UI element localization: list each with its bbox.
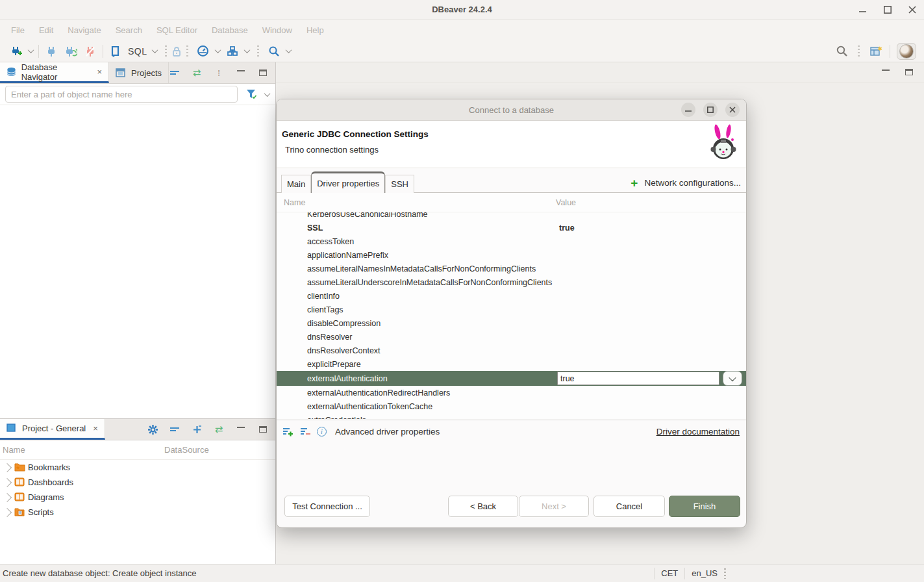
navigator-tree-area[interactable] [0,105,275,418]
view-menu-icon[interactable]: ⁞ [213,67,225,79]
maximize-view-icon[interactable] [257,67,269,79]
tab-projects[interactable]: Projects [109,62,169,83]
column-datasource[interactable]: DataSource [164,445,209,455]
menu-window[interactable]: Window [255,25,299,35]
search-icon[interactable] [267,44,281,58]
table-row[interactable]: externalAuthenticationTokenCache [277,399,746,413]
property-value-input[interactable] [557,372,719,385]
sql-editor-label[interactable]: SQL [128,46,147,57]
remove-property-icon[interactable] [299,425,311,437]
global-search-icon[interactable] [834,44,849,58]
close-tab-icon[interactable]: × [93,424,98,433]
minimize-view-icon[interactable] [235,67,247,79]
object-filter-input[interactable] [5,86,238,103]
table-row[interactable]: assumeLiteralNamesInMetadataCallsForNonC… [277,262,746,275]
value-dropdown-button[interactable] [723,371,742,386]
table-row[interactable]: explicitPrepare [277,357,746,371]
tree-item-bookmarks[interactable]: Bookmarks [0,460,275,475]
dialog-titlebar[interactable]: Connect to a database [277,99,746,121]
sql-editor-dropdown-icon[interactable] [151,47,158,53]
column-name[interactable]: Name [0,445,164,455]
close-tab-icon[interactable]: × [97,67,102,77]
column-value[interactable]: Value [556,198,576,207]
user-avatar[interactable] [897,43,916,60]
reconnect-icon[interactable] [64,44,78,58]
menu-navigate[interactable]: Navigate [60,25,108,35]
driver-manager-icon[interactable] [225,44,240,58]
status-timezone[interactable]: CET [661,568,678,578]
menu-sql-editor[interactable]: SQL Editor [149,25,205,35]
new-connection-dropdown-icon[interactable] [28,47,34,53]
table-row[interactable]: KerberosUseCanonicalHostname [277,212,746,221]
tab-ssh[interactable]: SSH [385,175,414,193]
link-with-editor-icon[interactable]: ⇄ [213,424,225,435]
minimize-view-icon[interactable] [880,66,892,78]
transaction-lock-icon[interactable] [169,44,184,58]
window-titlebar[interactable]: DBeaver 24.2.4 [0,0,924,19]
menu-file[interactable]: File [4,25,32,35]
collapse-all-icon[interactable] [169,67,181,79]
tree-item-diagrams[interactable]: Diagrams [0,490,275,505]
menu-edit[interactable]: Edit [32,25,60,35]
table-row[interactable]: dnsResolverContext [277,344,746,357]
dialog-maximize-button[interactable] [703,103,718,117]
expand-chevron-icon[interactable] [3,462,12,472]
dashboard-gauge-icon[interactable] [196,44,210,58]
table-header[interactable]: Name Value [277,193,746,212]
minimize-view-icon[interactable] [235,424,247,435]
driver-manager-dropdown-icon[interactable] [243,47,250,53]
search-dropdown-icon[interactable] [285,47,292,53]
add-property-icon[interactable] [282,425,293,437]
table-row[interactable]: SSLtrue [277,221,746,234]
maximize-view-icon[interactable] [257,424,269,435]
tree-item-dashboards[interactable]: Dashboards [0,475,275,490]
test-connection-button[interactable]: Test Connection ... [284,496,370,517]
expand-all-icon[interactable] [191,424,203,435]
table-row[interactable]: externalAuthentication [277,371,746,386]
tab-database-navigator[interactable]: Database Navigator × [0,62,109,83]
table-rows-viewport[interactable]: KerberosUseCanonicalHostnameSSLtrueacces… [277,212,746,419]
connect-icon[interactable] [44,44,58,58]
window-minimize-button[interactable] [858,5,868,15]
tab-driver-properties[interactable]: Driver properties [311,171,385,193]
maximize-view-icon[interactable] [903,66,915,78]
status-locale[interactable]: en_US [692,568,718,578]
menu-database[interactable]: Database [205,25,255,35]
table-row[interactable]: externalAuthenticationRedirectHandlers [277,386,746,399]
window-maximize-button[interactable] [882,5,893,15]
table-row[interactable]: assumeLiteralUnderscoreInMetadataCallsFo… [277,275,746,289]
link-with-editor-icon[interactable]: ⇄ [191,67,203,79]
menu-help[interactable]: Help [299,25,331,35]
driver-documentation-link[interactable]: Driver documentation [656,427,741,436]
project-tree-area[interactable] [0,520,275,564]
tree-item-scripts[interactable]: Scripts [0,505,275,520]
table-row[interactable]: extraCredentials [277,413,746,419]
column-name[interactable]: Name [277,198,556,207]
table-row[interactable]: clientTags [277,303,746,316]
filter-dropdown-icon[interactable] [264,90,271,97]
expand-chevron-icon[interactable] [3,477,12,487]
finish-button[interactable]: Finish [669,496,740,517]
sql-editor-icon[interactable] [108,44,123,58]
new-connection-icon[interactable] [9,44,23,58]
table-row[interactable]: applicationNamePrefix [277,248,746,262]
status-drag-handle[interactable] [724,568,726,579]
next-button[interactable]: Next > [519,496,589,517]
table-row[interactable]: accessToken [277,234,746,248]
expand-chevron-icon[interactable] [3,507,12,516]
menu-search[interactable]: Search [108,25,149,35]
cancel-button[interactable]: Cancel [593,496,665,517]
disconnect-icon[interactable] [83,44,97,58]
window-close-button[interactable] [907,5,918,15]
perspective-icon[interactable] [869,44,883,58]
collapse-all-icon[interactable] [169,424,181,435]
network-configurations-button[interactable]: + Network configurations... [631,178,741,188]
tab-main[interactable]: Main [281,175,311,193]
table-row[interactable]: disableCompression [277,316,746,330]
project-columns-header[interactable]: Name DataSource [0,440,275,460]
table-row[interactable]: dnsResolver [277,330,746,344]
back-button[interactable]: < Back [448,496,518,517]
filter-funnel-icon[interactable] [244,87,258,101]
settings-gear-icon[interactable] [147,424,158,435]
dialog-close-button[interactable] [725,103,740,117]
